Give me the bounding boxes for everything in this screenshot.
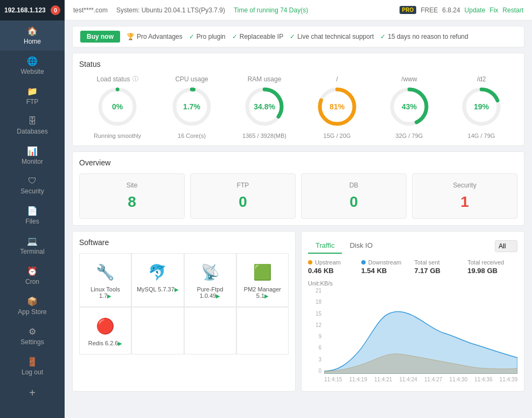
traffic-tab-traffic[interactable]: Traffic xyxy=(308,238,342,254)
x-label: 11:4:24 xyxy=(400,377,417,382)
sidebar-label-6: Files xyxy=(25,218,39,225)
overview-card-site: Site 8 xyxy=(79,173,185,219)
traffic-stats: Upstream 0.46 KBDownstream 1.54 KBTotal … xyxy=(308,259,517,275)
software-name-2: Pure-Ftpd 1.0.49▶ xyxy=(189,286,232,299)
traffic-tab-disk-io[interactable]: Disk IO xyxy=(342,238,380,254)
gauge-CPU usage: CPU usage 1.7% 16 Core(s) xyxy=(170,75,213,139)
stat-item-3: Total received 19.98 GB xyxy=(467,259,517,275)
sidebar-item-security[interactable]: 🛡Security xyxy=(0,171,65,200)
overview-title: Overview xyxy=(79,158,517,167)
sidebar-icon-1: 🌐 xyxy=(27,56,38,66)
sidebar-icon-2: 📁 xyxy=(27,86,38,96)
stat-value-0: 0.46 KB xyxy=(308,267,358,275)
stat-label-2: Total sent xyxy=(415,259,465,266)
software-item-0[interactable]: 🔧 Linux Tools 1.7▶ xyxy=(79,253,131,307)
sidebar-icon-4: 📊 xyxy=(27,146,38,156)
chart-area xyxy=(324,288,517,374)
card-label: Security xyxy=(420,182,509,189)
stat-label-3: Total received xyxy=(467,259,517,266)
sidebar: 192.168.1.123 0 🏠Home🌐Website📁FTP🗄Databa… xyxy=(0,0,65,418)
software-item-3[interactable]: 🟩 PM2 Manager 5.1▶ xyxy=(236,253,289,307)
gauge-label: CPU usage xyxy=(175,75,208,83)
sidebar-item-files[interactable]: 📄Files xyxy=(0,200,65,231)
sidebar-item-cron[interactable]: ⏰Cron xyxy=(0,261,65,291)
y-label: 0 xyxy=(308,368,321,374)
gauge-d2: /d2 19% 14G / 79G xyxy=(460,75,503,139)
overview-card-ftp: FTP 0 xyxy=(190,173,296,219)
y-label: 12 xyxy=(308,322,321,328)
software-empty-5 xyxy=(131,307,184,354)
sidebar-add-button[interactable]: + xyxy=(0,381,65,405)
gauge-label: Load statusⓘ xyxy=(97,75,138,83)
topbar-right: PRO FREE 6.8.24 Update Fix Restart xyxy=(400,6,523,14)
card-value: 0 xyxy=(309,193,398,211)
trophy-icon: 🏆 xyxy=(127,33,135,40)
status-title: Status xyxy=(79,60,517,68)
overview-grid: Site 8FTP 0DB 0Security 1 xyxy=(79,173,517,219)
sidebar-item-app-store[interactable]: 📦App Store xyxy=(0,291,65,321)
sidebar-item-databases[interactable]: 🗄Databases xyxy=(0,111,65,141)
topbar-fix[interactable]: Fix xyxy=(489,6,498,14)
content-area: Buy now 🏆 Pro Advantages ✓ Pro plugin ✓ … xyxy=(65,20,532,418)
stat-item-2: Total sent 7.17 GB xyxy=(415,259,465,275)
sidebar-icon-3: 🗄 xyxy=(28,116,37,126)
topbar-system: System: Ubuntu 20.04.1 LTS(Py3.7.9) xyxy=(116,6,225,14)
sidebar-icon-0: 🏠 xyxy=(27,26,38,36)
gauge-sub: 16 Core(s) xyxy=(178,133,206,139)
sidebar-label-5: Security xyxy=(20,187,44,195)
sidebar-label-11: Log out xyxy=(22,368,43,376)
sidebar-item-settings[interactable]: ⚙Settings xyxy=(0,321,65,351)
traffic-chart-svg xyxy=(324,288,517,374)
sidebar-item-home[interactable]: 🏠Home xyxy=(0,20,65,51)
overview-section: Overview Site 8FTP 0DB 0Security 1 xyxy=(72,151,524,226)
software-item-1[interactable]: 🐬 MySQL 5.7.37▶ xyxy=(131,253,184,307)
sidebar-item-ftp[interactable]: 📁FTP xyxy=(0,81,65,111)
x-axis-labels: 11:4:1511:4:1911:4:2111:4:2411:4:2711:4:… xyxy=(324,374,517,385)
gauge-: / 81% 15G / 20G xyxy=(316,75,359,139)
stat-label-1: Downstream xyxy=(361,259,411,266)
y-label: 15 xyxy=(308,311,321,317)
software-section: Software 🔧 Linux Tools 1.7▶🐬 MySQL 5.7.3… xyxy=(72,231,296,392)
software-item-4[interactable]: 🔴 Redis 6.2.6▶ xyxy=(79,307,131,354)
software-item-2[interactable]: 📡 Pure-Ftpd 1.0.49▶ xyxy=(184,253,236,307)
y-label: 21 xyxy=(308,288,321,294)
stat-value-3: 19.98 GB xyxy=(467,267,517,275)
sidebar-label-9: App Store xyxy=(18,308,46,316)
gauge-value: 43% xyxy=(402,102,417,111)
topbar-version: 6.8.24 xyxy=(442,6,460,14)
topbar-user: test****.com xyxy=(73,6,108,14)
sidebar-icon-10: ⚙ xyxy=(29,326,36,337)
card-label: Site xyxy=(87,182,177,189)
stat-item-1: Downstream 1.54 KB xyxy=(361,259,411,275)
sidebar-icon-7: 💻 xyxy=(27,236,38,246)
y-label: 6 xyxy=(308,345,321,351)
stat-dot-1 xyxy=(361,260,366,264)
topbar-update[interactable]: Update xyxy=(465,6,486,14)
traffic-header: TrafficDisk IO All xyxy=(308,238,517,254)
software-name-4: Redis 6.2.6▶ xyxy=(88,340,123,346)
gauge-sub: 14G / 79G xyxy=(468,133,495,139)
topbar-restart[interactable]: Restart xyxy=(502,6,523,14)
version-arrow-2: ▶ xyxy=(216,293,220,299)
gauges-row: Load statusⓘ 0% Running smoothly CPU usa… xyxy=(79,75,517,139)
version-arrow-4: ▶ xyxy=(118,340,122,346)
y-label: 9 xyxy=(308,333,321,339)
topbar-left: test****.com System: Ubuntu 20.04.1 LTS(… xyxy=(73,6,308,14)
gauge-label: / xyxy=(336,75,338,83)
check-icon-2: ✓ xyxy=(232,33,237,40)
version-arrow-3: ▶ xyxy=(264,293,269,299)
traffic-select[interactable]: All xyxy=(495,240,517,252)
software-icon-4: 🔴 xyxy=(95,315,116,337)
sidebar-item-monitor[interactable]: 📊Monitor xyxy=(0,141,65,171)
sidebar-icon-5: 🛡 xyxy=(28,176,37,186)
gauge-www: /www 43% 32G / 79G xyxy=(388,75,431,139)
card-label: DB xyxy=(309,182,398,189)
sidebar-item-terminal[interactable]: 💻Terminal xyxy=(0,231,65,261)
buy-now-button[interactable]: Buy now xyxy=(80,31,120,43)
stat-value-2: 7.17 GB xyxy=(415,267,465,275)
sidebar-item-website[interactable]: 🌐Website xyxy=(0,51,65,81)
software-empty-7 xyxy=(236,307,289,354)
sidebar-item-log-out[interactable]: 🚪Log out xyxy=(0,351,65,381)
status-section: Status Load statusⓘ 0% Running smoothly … xyxy=(72,53,524,146)
sidebar-label-0: Home xyxy=(24,38,41,45)
